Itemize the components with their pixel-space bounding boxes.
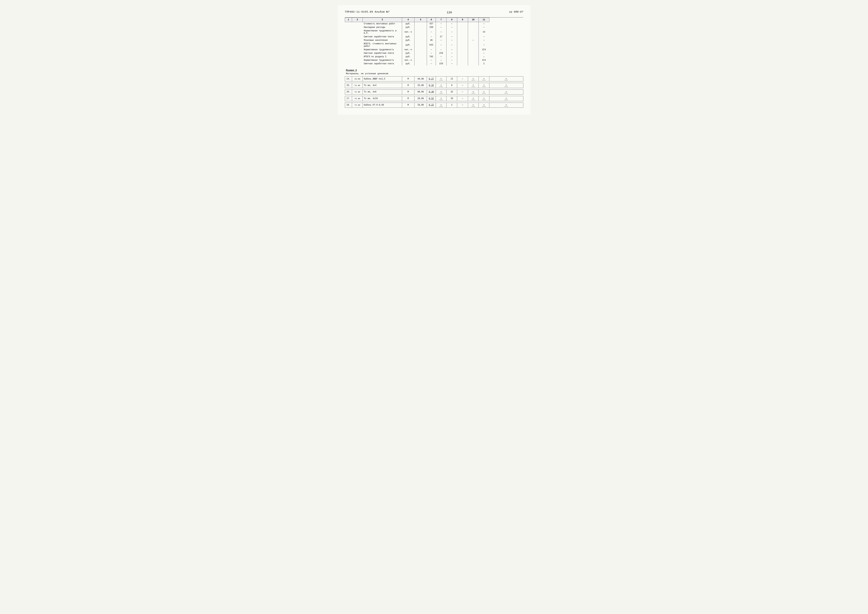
summary-unit: руб. xyxy=(402,35,414,39)
col-header-2: 2 xyxy=(352,18,363,22)
page: ТПР402-11-0155.89 Альбом №7 126 ср 998-0… xyxy=(338,5,530,115)
column-header-row: 1 2 3 4 5 6 7 8 9 10 11 xyxy=(345,18,523,22)
summary-unit: руб. xyxy=(402,22,414,26)
row-number: 28. xyxy=(345,103,352,107)
row-unit: М xyxy=(402,76,414,81)
row-price: 0,32 xyxy=(427,83,436,88)
row-col11: = xyxy=(479,96,489,101)
summary-label: Плановые накопления xyxy=(363,39,402,42)
col-header-9: 9 xyxy=(457,18,468,22)
header-center: 126 xyxy=(447,11,452,14)
col-header-10: 10 xyxy=(468,18,479,22)
summary-label: ВСЕГО, стоимость монтажных работ xyxy=(363,42,402,48)
page-header: ТПР402-11-0155.89 Альбом №7 126 ср 998-0… xyxy=(345,11,523,14)
summary-unit: руб. xyxy=(402,55,414,59)
section3-subtitle: Материалы, не учтенные ценником xyxy=(345,72,489,76)
table-row: 24.I5-09Кабель АВВГ-4х2,5М40,000,27=II—=… xyxy=(345,76,523,81)
row-col8: I0 xyxy=(446,96,457,101)
row-col10: = xyxy=(468,96,479,101)
summary-row: Нормативная трудоемкость в Н.Р.чел.-ч———… xyxy=(345,29,523,35)
row-col7: = xyxy=(436,103,446,107)
header-right: ср 998-07 xyxy=(509,11,523,14)
row-code: I5-09 xyxy=(352,76,363,81)
table-row: 28.то жеКабель КТ-6-0,66МI0,000,2I=2—=== xyxy=(345,103,523,107)
row-col10: = xyxy=(468,89,479,94)
summary-unit: чел.-ч xyxy=(402,48,414,51)
row-spacer xyxy=(345,95,523,96)
row-number: 24. xyxy=(345,76,352,81)
row-code: то же xyxy=(352,89,363,94)
row-col8: II xyxy=(446,76,457,81)
summary-label: Сметная заработная плата xyxy=(363,62,402,65)
row-name: Кабель КТ-6-0,66 xyxy=(363,103,402,107)
row-unit: М xyxy=(402,89,414,94)
summary-label: Сметная заработная плата xyxy=(363,51,402,55)
summary-row: ИТОГО по разделу 2руб.702——— xyxy=(345,55,523,59)
row-col10: = xyxy=(468,76,479,81)
summary-unit: руб. xyxy=(402,62,414,65)
row-name: То же, 4хI0 xyxy=(363,96,402,101)
row-col9: — xyxy=(457,89,468,94)
row-unit: М xyxy=(402,83,414,88)
row-price: 0,40 xyxy=(427,89,436,94)
summary-row: Накладные расходыруб.I60——— xyxy=(345,26,523,29)
row-col9: — xyxy=(457,83,468,88)
row-col12: = xyxy=(489,76,523,81)
summary-row: Нормативная трудоемкостьчел.-ч———2I4 xyxy=(345,59,523,62)
summary-unit: чел.-ч xyxy=(402,29,414,35)
summary-label: ИТОГО по разделу 2 xyxy=(363,55,402,59)
row-number: 27. xyxy=(345,96,352,101)
row-col7: = xyxy=(436,89,446,94)
summary-row: Стоимость монтажных работруб.437——— xyxy=(345,22,523,26)
row-code: то же xyxy=(352,83,363,88)
row-col12: = xyxy=(489,89,523,94)
row-number: 25. xyxy=(345,83,352,88)
summary-label: Сметная заработная плата xyxy=(363,35,402,39)
table-row: 27.то жеТо же, 4хI0М20,000,52=I0—=== xyxy=(345,96,523,101)
summary-row: Сметная заработная платаруб.—2I8—— xyxy=(345,51,523,55)
section3-header-row: Раздел 3 xyxy=(345,68,523,72)
main-table: 1 2 3 4 5 6 7 8 9 10 11 Стоимость монтаж… xyxy=(345,17,523,108)
row-col8: 8 xyxy=(446,83,457,88)
row-name: То же, 4х4 xyxy=(363,83,402,88)
row-col9: — xyxy=(457,103,468,107)
summary-unit: руб. xyxy=(402,39,414,42)
summary-label: Стоимость монтажных работ xyxy=(363,22,402,26)
row-col11: = xyxy=(479,89,489,94)
table-row: 26.то жеТо же, 4х6М80,000,40=32—=== xyxy=(345,89,523,94)
row-price: 0,52 xyxy=(427,96,436,101)
row-spacer xyxy=(345,101,523,103)
col-header-3: 3 xyxy=(363,18,402,22)
row-qty: 40,00 xyxy=(414,76,427,81)
row-code: то же xyxy=(352,103,363,107)
summary-unit: руб. xyxy=(402,26,414,29)
row-col7: = xyxy=(436,76,446,81)
row-price: 0,2I xyxy=(427,103,436,107)
row-name: То же, 4х6 xyxy=(363,89,402,94)
row-qty: 25,00 xyxy=(414,83,427,88)
table-row: 25.то жеТо же, 4х4М25,000,32=8—=== xyxy=(345,83,523,88)
col-header-4: 4 xyxy=(402,18,414,22)
row-name: Кабель АВВГ-4х2,5 xyxy=(363,76,402,81)
section3-subtitle-row: Материалы, не учтенные ценником xyxy=(345,72,523,76)
row-qty: I0,00 xyxy=(414,103,427,107)
row-spacer xyxy=(345,81,523,83)
row-qty: 80,00 xyxy=(414,89,427,94)
row-qty: 20,00 xyxy=(414,96,427,101)
spacer-row xyxy=(345,65,523,68)
section3-title: Раздел 3 xyxy=(346,69,357,72)
row-col10: = xyxy=(468,83,479,88)
col-header-1: 1 xyxy=(345,18,352,22)
row-code: то же xyxy=(352,96,363,101)
row-col7: = xyxy=(436,83,446,88)
summary-unit: чел.-ч xyxy=(402,59,414,62)
row-col11: = xyxy=(479,76,489,81)
row-number: 26. xyxy=(345,89,352,94)
col-header-8: 8 xyxy=(446,18,457,22)
row-col11: = xyxy=(479,103,489,107)
summary-label: Нормативная трудоемкость в Н.Р. xyxy=(363,29,402,35)
row-col9: — xyxy=(457,76,468,81)
summary-unit: руб. xyxy=(402,51,414,55)
row-col8: 2 xyxy=(446,103,457,107)
col-header-7: 7 xyxy=(436,18,446,22)
